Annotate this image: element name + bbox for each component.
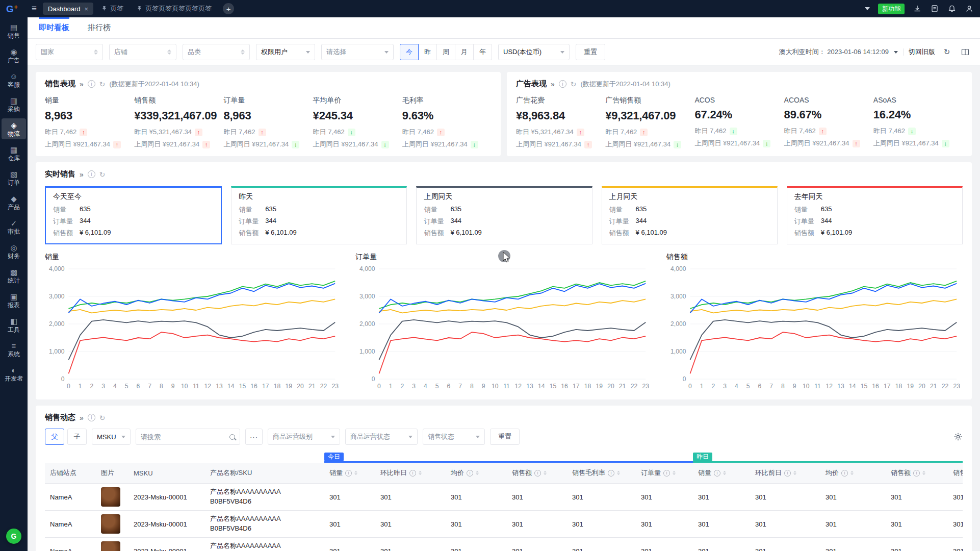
column-header[interactable]: 销售毛利率i [567,462,636,484]
bell-icon[interactable] [947,4,957,13]
info-icon[interactable]: i [608,470,614,477]
realtime-summary-card[interactable]: 上月同天销量635订单量344销售额¥ 6,101.09 [602,186,778,244]
product-name[interactable]: 产品名称AAAAAAAAAA [210,514,319,524]
column-header[interactable]: 销售额i [507,462,567,484]
refresh-icon[interactable]: ↻ [99,81,106,88]
sidebar-item-finance[interactable]: ◎财务 [2,241,26,262]
user-icon[interactable] [965,4,974,13]
info-icon[interactable]: i [714,470,720,477]
column-header[interactable]: 环比昨日i [375,462,446,484]
column-header[interactable]: 图片 [96,462,128,484]
app-logo[interactable]: G + [6,4,25,14]
column-header[interactable]: 环比前日i [750,462,820,484]
layout-columns-icon[interactable] [959,45,972,59]
expand-icon[interactable] [551,80,555,88]
currency-select[interactable]: USD(本位币) [498,44,570,60]
dynamics-select[interactable]: 商品运营级别 [268,429,340,445]
new-feature-badge[interactable]: 新功能 [878,4,905,14]
table-row[interactable]: NameA2023-Msku-00001产品名称AAAAAAAAAAB0BF5V… [45,484,963,511]
sidebar-item-warehouse[interactable]: ▦仓库 [2,143,26,164]
column-header[interactable]: 销售额i [886,462,948,484]
sort-icon[interactable] [922,471,925,475]
column-header[interactable]: MSKU [128,462,205,484]
refresh-icon[interactable]: ↻ [571,81,577,88]
menu-icon[interactable]: ≡ [32,4,37,14]
info-icon[interactable]: i [467,470,473,477]
sort-icon[interactable] [793,471,796,475]
sidebar-item-ads[interactable]: ◉广告 [2,45,26,66]
info-icon[interactable]: i [409,470,416,477]
filter-select[interactable]: 权限用户 [256,44,315,60]
expand-icon[interactable] [80,414,84,422]
document-icon[interactable] [930,4,939,13]
sort-icon[interactable] [673,471,676,475]
msku-select[interactable]: MSKU [92,429,131,445]
sidebar-item-sales[interactable]: ▤销售 [2,20,26,41]
add-tab-button[interactable]: + [223,3,234,14]
expand-icon[interactable] [80,80,84,88]
info-icon[interactable]: i [88,414,95,421]
sidebar-item-products[interactable]: ◆产品 [2,192,26,213]
info-icon[interactable]: i [663,470,670,477]
product-image[interactable] [101,541,120,551]
product-name[interactable]: 产品名称AAAAAAAAAA [210,541,319,551]
time-today-button[interactable]: 今 [400,44,419,60]
filter-select[interactable]: 品类 [183,44,250,60]
info-icon[interactable]: i [841,470,848,477]
info-icon[interactable]: i [88,170,95,178]
sidebar-item-purchase[interactable]: ▥采购 [2,94,26,115]
topbar-tab[interactable]: 页签 [96,3,128,15]
info-icon[interactable]: i [534,470,541,477]
filter-select[interactable]: 请选择 [321,44,394,60]
refresh-icon[interactable]: ↻ [99,414,106,421]
column-header[interactable]: 销量i [324,462,375,484]
realtime-summary-card[interactable]: 上周同天销量635订单量344销售额¥ 6,101.09 [416,186,592,244]
info-icon[interactable]: i [913,470,920,477]
reset-button[interactable]: 重置 [490,429,520,445]
time-yesterday-button[interactable]: 昨 [418,44,437,60]
realtime-summary-card[interactable]: 今天至今销量635订单量344销售额¥ 6,101.09 [45,186,222,244]
info-icon[interactable]: i [88,80,95,88]
more-filters-button[interactable]: ··· [245,429,263,445]
page-tab[interactable]: 排行榜 [88,17,111,38]
dynamics-select[interactable]: 销售状态 [423,429,485,445]
sidebar-item-reports[interactable]: ▣报表 [2,290,26,311]
time-year-button[interactable]: 年 [473,44,492,60]
product-image[interactable] [101,487,120,507]
info-icon[interactable]: i [559,80,566,88]
realtime-summary-card[interactable]: 昨天销量635订单量344销售额¥ 6,101.09 [231,186,407,244]
sort-icon[interactable] [723,471,726,475]
time-week-button[interactable]: 周 [436,44,455,60]
expand-icon[interactable] [80,170,84,179]
sort-icon[interactable] [544,471,547,475]
product-sku[interactable]: B0BF5VB4D6 [210,524,319,534]
toggle-parent-button[interactable]: 父 [45,429,64,445]
reset-button[interactable]: 重置 [576,44,605,60]
info-icon[interactable]: i [345,470,352,477]
column-header[interactable]: 店铺站点 [45,462,96,484]
column-header[interactable]: 均价i [820,462,886,484]
sort-icon[interactable] [476,471,479,475]
time-month-button[interactable]: 月 [455,44,474,60]
topbar-tab[interactable]: Dashboard× [43,3,93,15]
realtime-summary-card[interactable]: 去年同天销量635订单量344销售额¥ 6,101.09 [787,186,963,244]
sidebar-item-tools[interactable]: ◧工具 [2,314,26,335]
sidebar-item-developer[interactable]: ◐开发者 [2,363,26,384]
product-image[interactable] [101,514,120,534]
product-sku[interactable]: B0BF5VB4D6 [210,497,319,507]
chevron-down-icon[interactable] [894,51,898,54]
toggle-child-button[interactable]: 子 [67,429,87,445]
column-header[interactable]: 订单量i [636,462,693,484]
info-icon[interactable]: i [784,470,791,477]
sidebar-item-service[interactable]: ☺客服 [2,69,26,90]
refresh-icon[interactable]: ↻ [99,171,106,178]
topbar-tab[interactable]: 页签页签页签页签页签 [132,3,217,15]
column-header[interactable]: 产品名称/SKU [205,462,324,484]
page-tab[interactable]: 即时看板 [39,17,69,38]
search-input[interactable] [141,433,226,441]
switch-old-version-link[interactable]: 切回旧版 [909,47,935,57]
product-name[interactable]: 产品名称AAAAAAAAAA [210,487,319,497]
sort-icon[interactable] [617,471,620,475]
column-header[interactable]: 销售毛利率i [948,462,963,484]
support-avatar[interactable]: G [6,529,21,544]
